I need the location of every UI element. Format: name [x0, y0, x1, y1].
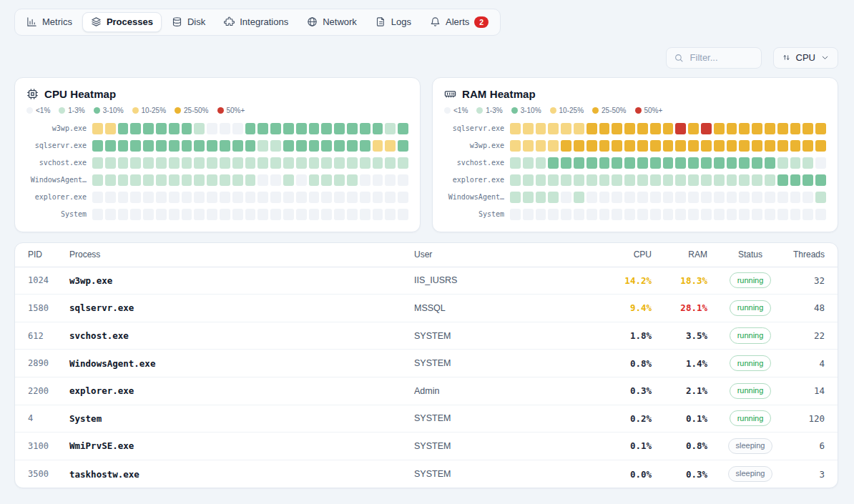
- column-header-ram: RAM: [652, 249, 707, 260]
- heatmap-cell: [548, 123, 559, 134]
- heatmap-row: w3wp.exe: [444, 140, 826, 152]
- heatmap-cell: [334, 157, 345, 169]
- heatmap-cell: [612, 157, 622, 169]
- heatmap-cell: [790, 209, 801, 220]
- status-cell: sleeping: [707, 438, 793, 454]
- heatmap-cell: [790, 157, 801, 169]
- legend-item: <1%: [26, 107, 50, 114]
- heatmap-cell: [257, 209, 268, 220]
- pid-cell: 612: [28, 331, 69, 341]
- heatmap-cell: [675, 123, 686, 134]
- heatmap-cell: [637, 174, 648, 186]
- status-cell: sleeping: [707, 466, 793, 482]
- heatmap-cell: [536, 123, 546, 134]
- heatmap-cell: [574, 140, 584, 152]
- tab-alerts[interactable]: Alerts2: [421, 12, 497, 32]
- heatmap-cell: [510, 123, 521, 134]
- heatmap-row-cells: [510, 157, 826, 169]
- tab-metrics[interactable]: Metrics: [18, 12, 81, 32]
- tab-processes[interactable]: Processes: [82, 12, 162, 32]
- status-cell: running: [707, 355, 793, 371]
- heatmap-cell: [347, 192, 358, 203]
- heatmap-cell: [245, 140, 256, 152]
- heatmap-row-cells: [510, 192, 826, 203]
- heatmap-cell: [398, 174, 408, 186]
- status-badge: sleeping: [728, 438, 773, 454]
- heatmap-cell: [714, 157, 725, 169]
- heatmap-cell: [599, 192, 610, 203]
- heatmap-row: svchost.exe: [26, 157, 408, 169]
- legend-item: 50%+: [635, 107, 663, 114]
- cpu-cell: 0.3%: [586, 385, 652, 396]
- heatmap-row: System: [26, 209, 408, 220]
- legend-dot: [592, 107, 599, 114]
- column-header-threads: Threads: [793, 249, 825, 260]
- cpu-cell: 1.8%: [586, 330, 652, 341]
- heatmap-cell: [612, 123, 622, 134]
- heatmap-cell: [360, 174, 370, 186]
- heatmap-cell: [245, 209, 256, 220]
- user-cell: Admin: [414, 386, 586, 396]
- legend-label: 1-3%: [68, 107, 84, 114]
- heatmap-cell: [385, 140, 396, 152]
- status-badge: sleeping: [728, 466, 773, 482]
- column-header-cpu: CPU: [586, 249, 652, 260]
- heatmap-cell: [815, 140, 826, 152]
- status-badge: running: [730, 383, 772, 399]
- table-row: 2890WindowsAgent.exeSYSTEM0.8%1.4%runnin…: [15, 350, 838, 377]
- tab-label: Integrations: [240, 16, 288, 28]
- tab-logs[interactable]: Logs: [367, 12, 420, 32]
- heatmap-row-label: System: [444, 210, 504, 218]
- heatmap-cell: [270, 123, 281, 134]
- heatmap-cell: [385, 123, 396, 134]
- heatmap-cell: [675, 174, 686, 186]
- sort-button-label: CPU: [796, 52, 815, 63]
- cpu-cell: 9.4%: [586, 302, 652, 313]
- heatmap-cell: [752, 209, 762, 220]
- heatmap-cell: [92, 140, 103, 152]
- heatmap-cell: [309, 209, 320, 220]
- legend-label: 25-50%: [184, 107, 208, 114]
- heatmap-cell: [803, 174, 813, 186]
- tab-integrations[interactable]: Integrations: [215, 12, 297, 32]
- heatmap-cell: [536, 174, 546, 186]
- heatmap-cell: [398, 209, 408, 220]
- heatmap-row-label: sqlservr.exe: [26, 142, 87, 149]
- heatmap-cell: [536, 209, 546, 220]
- heatmap-cell: [675, 157, 686, 169]
- heatmap-cell: [510, 209, 521, 220]
- heatmap-cell: [194, 174, 205, 186]
- threads-cell: 48: [793, 302, 825, 313]
- heatmap-cell: [398, 123, 408, 134]
- heatmap-cell: [257, 140, 268, 152]
- table-body: 1024w3wp.exeIIS_IUSRS14.2%18.3%running32…: [15, 267, 838, 488]
- heatmap-cell: [777, 209, 788, 220]
- heatmap-cell: [561, 192, 571, 203]
- ram-cell: 0.3%: [652, 469, 707, 480]
- heatmap-cell: [321, 209, 332, 220]
- table-row: 612svchost.exeSYSTEM1.8%3.5%running22: [15, 322, 838, 350]
- sort-button[interactable]: CPU: [773, 47, 838, 69]
- heatmap-cell: [105, 140, 116, 152]
- heatmap-row-cells: [92, 192, 408, 203]
- heatmap-cell: [118, 209, 129, 220]
- process-cell: svchost.exe: [69, 330, 414, 341]
- heatmap-cell: [194, 192, 205, 203]
- legend-dot: [59, 107, 65, 114]
- heatmap-cell: [739, 192, 750, 203]
- tab-disk[interactable]: Disk: [163, 12, 214, 32]
- threads-cell: 22: [793, 330, 825, 341]
- tab-network[interactable]: Network: [298, 12, 365, 32]
- heatmap-cell: [777, 174, 788, 186]
- ram-cell: 0.1%: [652, 413, 707, 424]
- user-cell: SYSTEM: [414, 441, 586, 451]
- heatmap-cell: [663, 157, 674, 169]
- heatmap-cell: [347, 140, 358, 152]
- heatmap-cell: [727, 123, 737, 134]
- heatmap-cell: [92, 209, 103, 220]
- filter-input[interactable]: [689, 51, 754, 64]
- threads-cell: 4: [793, 358, 825, 369]
- heatmap-cell: [536, 157, 546, 169]
- heatmap-cell: [624, 192, 635, 203]
- heatmap-cell: [663, 123, 674, 134]
